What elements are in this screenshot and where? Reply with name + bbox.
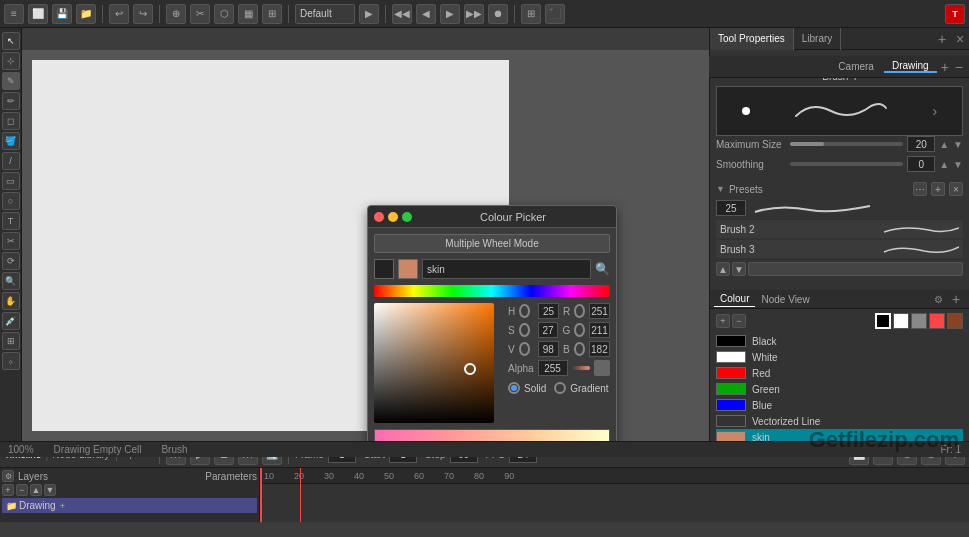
playback3[interactable]: ▶ bbox=[440, 4, 460, 24]
rect-tool[interactable]: ▭ bbox=[2, 172, 20, 190]
layers-settings-btn[interactable]: ⚙ bbox=[2, 470, 14, 482]
colour-picker-titlebar[interactable]: Colour Picker bbox=[368, 206, 616, 228]
layer-down-btn[interactable]: ▼ bbox=[44, 484, 56, 496]
tb1[interactable]: ⊕ bbox=[166, 4, 186, 24]
layer-up-btn[interactable]: ▲ bbox=[30, 484, 42, 496]
tb4[interactable]: ▦ bbox=[238, 4, 258, 24]
timeline-playhead[interactable] bbox=[300, 468, 301, 522]
s-value[interactable]: 27 bbox=[538, 322, 559, 338]
scroll-down-btn[interactable]: ▼ bbox=[732, 262, 746, 276]
scroll-bar[interactable] bbox=[748, 262, 963, 276]
layer-add-icon[interactable]: + bbox=[60, 501, 65, 511]
new-btn[interactable]: ⬜ bbox=[28, 4, 48, 24]
active-color-swatch[interactable] bbox=[374, 259, 394, 279]
dialog-max-btn[interactable] bbox=[402, 212, 412, 222]
presets-btn3[interactable]: × bbox=[949, 182, 963, 196]
gradient-radio[interactable]: Gradient bbox=[554, 382, 608, 394]
layer-add-btn[interactable]: + bbox=[2, 484, 14, 496]
colour-panel-expand[interactable]: + bbox=[947, 290, 965, 308]
view2[interactable]: ⬛ bbox=[545, 4, 565, 24]
max-size-up[interactable]: ▲ bbox=[939, 139, 949, 150]
expand-view-icon[interactable]: + bbox=[939, 59, 951, 75]
toon-icon[interactable]: T bbox=[945, 4, 965, 24]
camera-tab[interactable]: Camera bbox=[830, 61, 882, 72]
save-btn[interactable]: 💾 bbox=[52, 4, 72, 24]
playback2[interactable]: ◀ bbox=[416, 4, 436, 24]
text-tool[interactable]: T bbox=[2, 212, 20, 230]
swatch-red[interactable] bbox=[929, 313, 945, 329]
colour-tab[interactable]: Colour bbox=[714, 291, 755, 307]
preset-brush3[interactable]: Brush 3 bbox=[716, 240, 963, 258]
eraser-tool[interactable]: ◻ bbox=[2, 112, 20, 130]
eye-dropper[interactable]: 💉 bbox=[2, 312, 20, 330]
brush-tool[interactable]: ✎ bbox=[2, 72, 20, 90]
max-size-value[interactable]: 20 bbox=[907, 136, 935, 152]
grid-tool[interactable]: ⊞ bbox=[2, 332, 20, 350]
layer-drawing[interactable]: 📁 Drawing + bbox=[2, 498, 257, 513]
swatch-gray[interactable] bbox=[911, 313, 927, 329]
smoothing-value[interactable]: 0 bbox=[907, 156, 935, 172]
brush-next-arrow[interactable]: › bbox=[933, 103, 938, 119]
hue-bar[interactable] bbox=[374, 285, 610, 297]
node-tool[interactable]: ⬦ bbox=[2, 352, 20, 370]
playback4[interactable]: ▶▶ bbox=[464, 4, 484, 24]
layer-remove-btn[interactable]: − bbox=[16, 484, 28, 496]
palette-blue[interactable]: Blue bbox=[716, 397, 963, 413]
redo-btn[interactable]: ↪ bbox=[133, 4, 153, 24]
paint-tool[interactable]: 🪣 bbox=[2, 132, 20, 150]
presets-btn2[interactable]: + bbox=[931, 182, 945, 196]
contour-tool[interactable]: ⊹ bbox=[2, 52, 20, 70]
tb2[interactable]: ✂ bbox=[190, 4, 210, 24]
gradient-radio-circle[interactable] bbox=[554, 382, 566, 394]
h-circle[interactable] bbox=[519, 304, 530, 318]
scissors-tool[interactable]: ✂ bbox=[2, 232, 20, 250]
swatch-brown[interactable] bbox=[947, 313, 963, 329]
transform-tool[interactable]: ⟳ bbox=[2, 252, 20, 270]
tb3[interactable]: ⬡ bbox=[214, 4, 234, 24]
drawing-tab[interactable]: Drawing bbox=[884, 60, 937, 73]
undo-btn[interactable]: ↩ bbox=[109, 4, 129, 24]
preset-size-value[interactable]: 25 bbox=[716, 200, 746, 216]
timeline-track[interactable]: 10 20 30 40 50 60 70 80 90 bbox=[260, 468, 969, 522]
smoothing-up[interactable]: ▲ bbox=[939, 159, 949, 170]
b-circle[interactable] bbox=[574, 342, 585, 356]
dialog-close-btn[interactable] bbox=[374, 212, 384, 222]
open-btn[interactable]: 📁 bbox=[76, 4, 96, 24]
solid-radio-circle[interactable] bbox=[508, 382, 520, 394]
collapse-view-icon[interactable]: − bbox=[953, 59, 965, 75]
r-value[interactable]: 251 bbox=[589, 303, 610, 319]
r-circle[interactable] bbox=[574, 304, 585, 318]
s-circle[interactable] bbox=[519, 323, 530, 337]
v-value[interactable]: 98 bbox=[538, 341, 559, 357]
color-search-icon[interactable]: 🔍 bbox=[595, 262, 610, 276]
presets-btn1[interactable]: ⋯ bbox=[913, 182, 927, 196]
colour-panel-settings[interactable]: ⚙ bbox=[929, 290, 947, 308]
playback5[interactable]: ⏺ bbox=[488, 4, 508, 24]
palette-white[interactable]: White bbox=[716, 349, 963, 365]
wheel-mode-button[interactable]: Multiple Wheel Mode bbox=[374, 234, 610, 253]
color-palette-bar[interactable] bbox=[374, 429, 610, 441]
panel-plus-btn[interactable]: + bbox=[933, 30, 951, 48]
max-size-down[interactable]: ▼ bbox=[953, 139, 963, 150]
palette-black[interactable]: Black bbox=[716, 333, 963, 349]
b-value[interactable]: 182 bbox=[589, 341, 610, 357]
palette-vectorized[interactable]: Vectorized Line bbox=[716, 413, 963, 429]
smoothing-down[interactable]: ▼ bbox=[953, 159, 963, 170]
swatch-black[interactable] bbox=[875, 313, 891, 329]
palette-red[interactable]: Red bbox=[716, 365, 963, 381]
v-circle[interactable] bbox=[519, 342, 530, 356]
smoothing-slider[interactable] bbox=[790, 162, 903, 166]
node-view-tab[interactable]: Node View bbox=[755, 292, 815, 307]
scroll-up-btn[interactable]: ▲ bbox=[716, 262, 730, 276]
palette-green[interactable]: Green bbox=[716, 381, 963, 397]
menu-btn[interactable]: ≡ bbox=[4, 4, 24, 24]
tool-properties-tab[interactable]: Tool Properties bbox=[710, 28, 794, 50]
line-tool[interactable]: / bbox=[2, 152, 20, 170]
tb5[interactable]: ⊞ bbox=[262, 4, 282, 24]
saturation-area[interactable] bbox=[374, 303, 494, 423]
zoom-tool[interactable]: 🔍 bbox=[2, 272, 20, 290]
dialog-min-btn[interactable] bbox=[388, 212, 398, 222]
library-tab[interactable]: Library bbox=[794, 28, 842, 50]
pencil-tool[interactable]: ✏ bbox=[2, 92, 20, 110]
alpha-toggle-btn[interactable] bbox=[594, 360, 610, 376]
